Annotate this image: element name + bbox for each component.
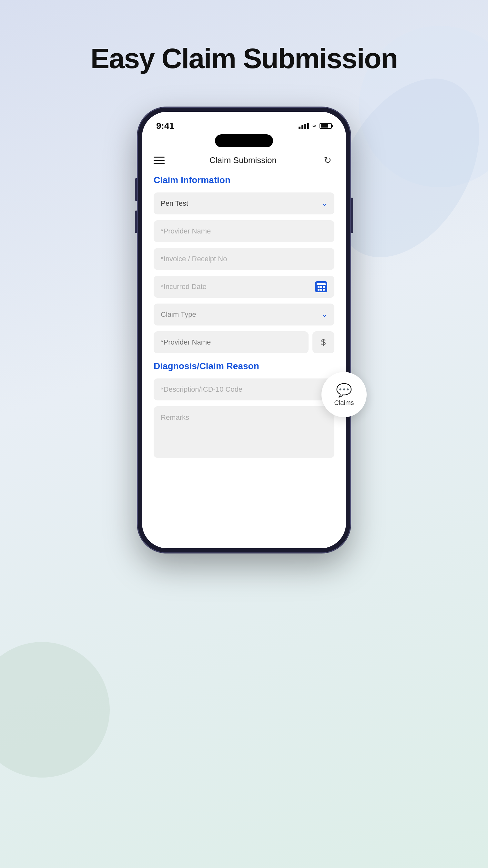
provider-amount-row: $ <box>154 331 334 353</box>
provider-name-input[interactable] <box>161 227 327 236</box>
chevron-down-icon: ⌄ <box>321 199 327 208</box>
phone-screen: 9:41 ≈ <box>142 112 346 548</box>
battery-icon <box>320 123 332 129</box>
phone-frame: 9:41 ≈ <box>137 107 351 553</box>
icd-code-input[interactable] <box>161 385 327 394</box>
nav-title: Claim Submission <box>209 155 276 165</box>
claim-type-dropdown[interactable]: Claim Type ⌄ <box>154 304 334 326</box>
phone-wrapper: 9:41 ≈ <box>137 107 351 553</box>
dollar-button[interactable]: $ <box>313 331 334 353</box>
screen-content: Claim Information Pen Test ⌄ *Incurred D… <box>142 172 346 548</box>
provider-name-2-field[interactable] <box>154 331 308 353</box>
incurred-date-field[interactable]: *Incurred Date <box>154 276 334 298</box>
claim-info-heading: Claim Information <box>154 175 334 185</box>
provider-name-2-input[interactable] <box>161 338 301 346</box>
back-button[interactable]: ↺ <box>321 154 334 166</box>
chevron-down-icon-2: ⌄ <box>321 310 327 319</box>
claims-fab-icon: 💬 <box>336 383 352 398</box>
invoice-input[interactable] <box>161 255 327 263</box>
bg-shape-left <box>0 642 110 778</box>
page-title: Easy Claim Submission <box>91 42 398 75</box>
pen-test-label: Pen Test <box>161 199 188 208</box>
icd-code-field[interactable] <box>154 378 334 400</box>
claims-fab-label: Claims <box>334 399 354 407</box>
dynamic-island <box>215 134 273 147</box>
status-time: 9:41 <box>156 121 174 131</box>
diagnosis-heading: Diagnosis/Claim Reason <box>154 361 334 371</box>
back-icon: ↺ <box>324 155 331 166</box>
remarks-field[interactable] <box>154 406 334 458</box>
status-bar: 9:41 ≈ <box>142 112 346 134</box>
incurred-date-label: *Incurred Date <box>161 283 206 291</box>
nav-bar: Claim Submission ↺ <box>142 151 346 172</box>
claim-type-label: Claim Type <box>161 310 196 319</box>
calendar-icon <box>315 281 327 292</box>
status-icons: ≈ <box>298 122 332 130</box>
pen-test-dropdown[interactable]: Pen Test ⌄ <box>154 192 334 214</box>
claims-fab[interactable]: 💬 Claims <box>321 372 367 417</box>
signal-icon <box>298 123 309 129</box>
provider-name-field[interactable] <box>154 220 334 242</box>
invoice-field[interactable] <box>154 248 334 270</box>
wifi-icon: ≈ <box>313 122 316 130</box>
menu-icon[interactable] <box>154 157 165 164</box>
